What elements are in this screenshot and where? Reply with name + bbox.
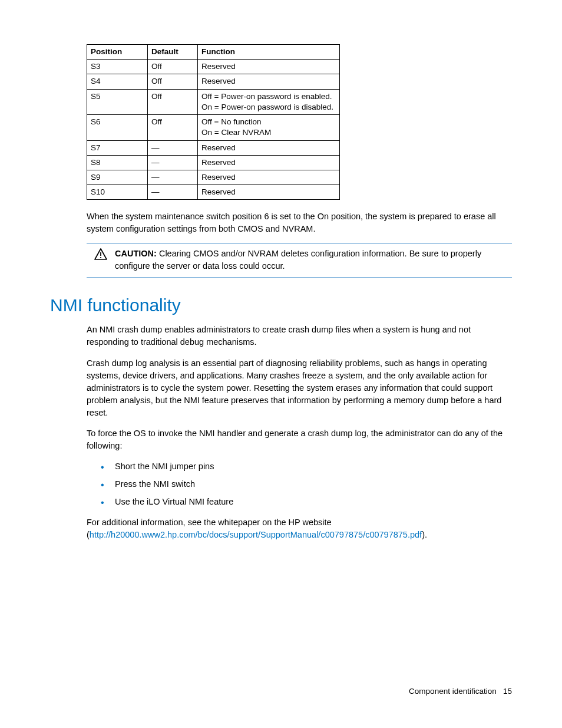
cell-position: S8 (87, 155, 148, 170)
caution-body: Clearing CMOS and/or NVRAM deletes confi… (115, 249, 481, 271)
cell-position: S9 (87, 170, 148, 185)
nmi-paragraph-4: For additional information, see the whit… (87, 516, 512, 541)
table-row: S10—Reserved (87, 185, 340, 200)
cell-function: Reserved (198, 140, 340, 155)
nmi-p4-post: ). (422, 530, 427, 539)
footer-page-number: 15 (503, 687, 512, 696)
nmi-bullet-list: Short the NMI jumper pins Press the NMI … (87, 460, 512, 508)
cell-function: Reserved (198, 185, 340, 200)
cell-default: — (148, 185, 198, 200)
cell-position: S7 (87, 140, 148, 155)
th-position: Position (87, 45, 148, 60)
cell-function: Reserved (198, 74, 340, 89)
cell-function: Reserved (198, 170, 340, 185)
page-footer: Component identification 15 (409, 687, 512, 696)
cell-default: Off (148, 60, 198, 74)
table-row: S8—Reserved (87, 155, 340, 170)
switch-table: Position Default Function S3OffReservedS… (87, 44, 340, 200)
table-row: S4OffReserved (87, 74, 340, 89)
th-default: Default (148, 45, 198, 60)
cell-position: S5 (87, 89, 148, 114)
caution-icon (87, 248, 115, 260)
section-heading-nmi: NMI functionality (50, 295, 512, 315)
table-row: S6OffOff = No function On = Clear NVRAM (87, 115, 340, 140)
cell-default: Off (148, 89, 198, 114)
footer-section: Component identification (409, 687, 497, 696)
cell-default: — (148, 170, 198, 185)
nmi-paragraph-2: Crash dump log analysis is an essential … (87, 357, 512, 419)
cell-function: Reserved (198, 155, 340, 170)
cell-default: — (148, 140, 198, 155)
list-item: Use the iLO Virtual NMI feature (115, 496, 512, 508)
svg-point-1 (100, 257, 101, 258)
nmi-paragraph-3: To force the OS to invoke the NMI handle… (87, 427, 512, 452)
whitepaper-link[interactable]: http://h20000.www2.hp.com/bc/docs/suppor… (90, 530, 422, 539)
nmi-paragraph-1: An NMI crash dump enables administrators… (87, 324, 512, 348)
cell-function: Off = Power-on password is enabled. On =… (198, 89, 340, 114)
cell-position: S10 (87, 185, 148, 200)
table-row: S9—Reserved (87, 170, 340, 185)
list-item: Press the NMI switch (115, 478, 512, 490)
caution-block: CAUTION: Clearing CMOS and/or NVRAM dele… (87, 243, 512, 278)
cell-default: Off (148, 74, 198, 89)
table-row: S7—Reserved (87, 140, 340, 155)
caution-label: CAUTION: (115, 249, 157, 258)
list-item: Short the NMI jumper pins (115, 460, 512, 473)
table-row: S3OffReserved (87, 60, 340, 74)
cell-function: Reserved (198, 60, 340, 74)
cell-position: S4 (87, 74, 148, 89)
cell-function: Off = No function On = Clear NVRAM (198, 115, 340, 140)
cell-default: Off (148, 115, 198, 140)
cell-position: S3 (87, 60, 148, 74)
cell-position: S6 (87, 115, 148, 140)
paragraph-switch-pos6: When the system maintenance switch posit… (87, 210, 512, 235)
th-function: Function (198, 45, 340, 60)
cell-default: — (148, 155, 198, 170)
table-row: S5OffOff = Power-on password is enabled.… (87, 89, 340, 114)
